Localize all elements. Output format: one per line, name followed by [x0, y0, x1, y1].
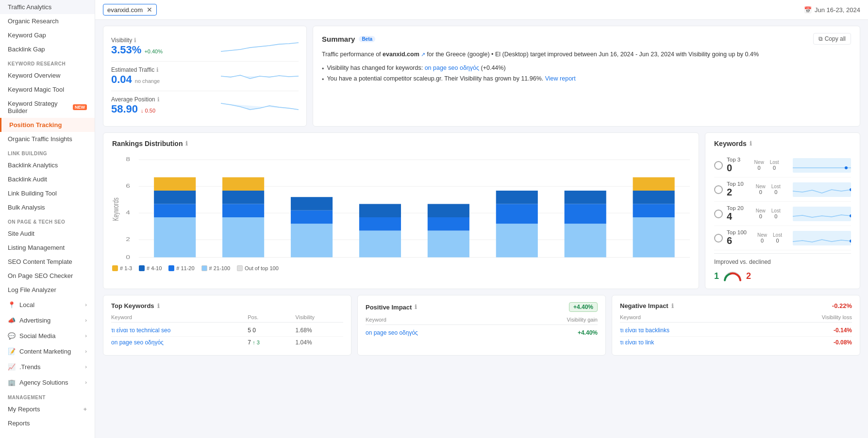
copy-all-button[interactable]: ⧉ Copy all — [813, 33, 851, 45]
metrics-card: Visibility ℹ 3.53% +0.40% — [103, 26, 307, 127]
sidebar-item-label: My Reports — [8, 406, 40, 413]
sidebar-item-label: Keyword Strategy Builder — [8, 100, 69, 114]
sidebar-item-my-reports[interactable]: My Reports + — [0, 402, 95, 416]
sidebar-item-backlink-gap[interactable]: Backlink Gap — [0, 42, 95, 56]
expandable-label: Local — [19, 301, 34, 308]
traffic-value: 0.04 — [111, 73, 132, 86]
sidebar-item-site-audit[interactable]: Site Audit — [0, 227, 95, 241]
top-keywords-header: Keyword Pos. Visibility — [111, 314, 343, 323]
position-chart — [221, 96, 299, 115]
sidebar-item-keyword-magic-tool[interactable]: Keyword Magic Tool — [0, 82, 95, 97]
legend-21-100: # 21-100 — [201, 265, 230, 271]
summary-domain: evanxid.com — [383, 51, 419, 58]
chevron-right-icon: › — [85, 302, 87, 308]
legend-color — [237, 265, 243, 271]
chevron-right-icon: › — [85, 333, 87, 339]
summary-title-text: Summary — [322, 35, 355, 43]
sidebar-item-position-tracking[interactable]: Position Tracking — [0, 118, 95, 132]
svg-rect-18 — [359, 217, 401, 231]
sidebar-item-label: Traffic Analytics — [8, 3, 51, 11]
keywords-top100-row: Top 100 6 New0 Lost0 — [714, 226, 851, 250]
sidebar-item-keyword-strategy-builder[interactable]: Keyword Strategy Builder NEW — [0, 97, 95, 118]
keyword-link[interactable]: on page seo οδηγός — [111, 339, 248, 346]
sidebar-item-reports[interactable]: Reports — [0, 416, 95, 430]
svg-rect-31 — [633, 191, 675, 204]
kw-circle — [714, 185, 723, 194]
summary-body: Traffic performance of evanxid.com ↗ for… — [322, 49, 851, 59]
view-report-link[interactable]: View report — [545, 75, 576, 82]
sidebar-item-on-page-seo-checker[interactable]: On Page SEO Checker — [0, 269, 95, 283]
info-icon[interactable]: ℹ — [134, 37, 136, 44]
negative-badge: -0.22% — [832, 302, 852, 309]
close-domain-button[interactable]: ✕ — [147, 6, 152, 14]
positive-impact-card: Positive Impact ℹ +4.40% Keyword Visibil… — [357, 295, 606, 356]
svg-text:8: 8 — [126, 157, 130, 162]
sidebar-item-traffic-analytics[interactable]: Traffic Analytics — [0, 0, 95, 14]
info-icon[interactable]: ℹ — [157, 303, 160, 309]
agency-icon: 🏢 — [8, 378, 16, 386]
improved-declined-section: Improved vs. declined 1 2 — [714, 253, 851, 282]
sidebar-item-keyword-overview[interactable]: Keyword Overview — [0, 68, 95, 82]
table-row: on page seo οδηγός +4.40% — [366, 327, 598, 339]
svg-rect-23 — [496, 224, 538, 257]
bottom-row: Top Keywords ℹ Keyword Pos. Visibility τ… — [103, 295, 860, 356]
new-badge: NEW — [73, 104, 87, 110]
add-icon: + — [83, 406, 87, 413]
svg-rect-47 — [793, 207, 851, 221]
sidebar-expandable-advertising[interactable]: 📣 Advertising › — [0, 312, 95, 328]
sidebar-item-organic-traffic-insights[interactable]: Organic Traffic Insights — [0, 132, 95, 146]
chevron-right-icon: › — [85, 317, 87, 323]
content-area: Visibility ℹ 3.53% +0.40% — [95, 20, 868, 361]
advertising-icon: 📣 — [8, 316, 16, 324]
chevron-right-icon: › — [85, 348, 87, 354]
info-icon[interactable]: ℹ — [156, 66, 159, 73]
traffic-label: Estimated Traffic ℹ — [111, 66, 160, 73]
top3-sparkline — [793, 158, 851, 173]
info-icon[interactable]: ℹ — [415, 304, 417, 310]
sidebar-item-bulk-analysis[interactable]: Bulk Analysis — [0, 200, 95, 214]
sidebar-item-backlink-analytics[interactable]: Backlink Analytics — [0, 158, 95, 172]
sidebar-expandable-trends[interactable]: 📈 .Trends › — [0, 359, 95, 374]
info-icon[interactable]: ℹ — [750, 140, 752, 147]
sidebar-item-log-file-analyzer[interactable]: Log File Analyzer — [0, 283, 95, 297]
sidebar-item-label: Position Tracking — [9, 121, 62, 129]
svg-rect-16 — [291, 197, 333, 211]
sidebar-item-keyword-gap[interactable]: Keyword Gap — [0, 28, 95, 42]
position-value: 7 ↑ 3 — [248, 339, 295, 346]
kw-new-lost: New0 Lost0 — [756, 184, 781, 195]
sidebar-item-listing-management[interactable]: Listing Management — [0, 241, 95, 255]
sidebar-item-organic-research[interactable]: Organic Research — [0, 14, 95, 28]
sidebar-expandable-agency-solutions[interactable]: 🏢 Agency Solutions › — [0, 374, 95, 390]
svg-rect-12 — [222, 191, 264, 204]
keyword-link[interactable]: τι είναι τα backlinks — [620, 327, 775, 334]
sidebar-expandable-social-media[interactable]: 💬 Social Media › — [0, 328, 95, 343]
sidebar-expandable-content-marketing[interactable]: 📝 Content Marketing › — [0, 343, 95, 359]
info-icon[interactable]: ℹ — [185, 140, 188, 147]
svg-rect-10 — [222, 217, 264, 258]
expandable-label: Advertising — [19, 317, 50, 324]
chevron-right-icon: › — [85, 379, 87, 385]
sidebar-expandable-local[interactable]: 📍 Local › — [0, 297, 95, 312]
summary-title: Summary Beta — [322, 35, 375, 43]
domain-name: evanxid.com — [107, 6, 143, 14]
expandable-label: .Trends — [19, 363, 41, 371]
keyword-link[interactable]: τι είναι το link — [620, 339, 775, 346]
loss-value: -0.08% — [775, 339, 852, 346]
domain-tag[interactable]: evanxid.com ✕ — [103, 4, 157, 16]
sidebar-item-backlink-audit[interactable]: Backlink Audit — [0, 172, 95, 186]
topbar: evanxid.com ✕ 📅 Jun 16-23, 2024 — [95, 0, 868, 20]
svg-rect-45 — [793, 182, 851, 197]
keyword-link[interactable]: on page seo οδηγός — [425, 65, 479, 71]
info-icon[interactable]: ℹ — [157, 96, 160, 103]
kw-circle — [714, 161, 723, 170]
sidebar-item-seo-content-template[interactable]: SEO Content Template — [0, 255, 95, 269]
keyword-link[interactable]: on page seo οδηγός — [366, 329, 520, 336]
legend-4-10: # 4-10 — [139, 265, 162, 271]
date-range: 📅 Jun 16-23, 2024 — [804, 6, 860, 14]
external-link-icon[interactable]: ↗ — [419, 51, 425, 57]
keyword-link[interactable]: τι είναι το technical seo — [111, 327, 248, 334]
section-management: MANAGEMENT — [0, 390, 95, 402]
top-keywords-card: Top Keywords ℹ Keyword Pos. Visibility τ… — [103, 295, 351, 356]
sidebar-item-link-building-tool[interactable]: Link Building Tool — [0, 186, 95, 200]
info-icon[interactable]: ℹ — [671, 303, 674, 309]
